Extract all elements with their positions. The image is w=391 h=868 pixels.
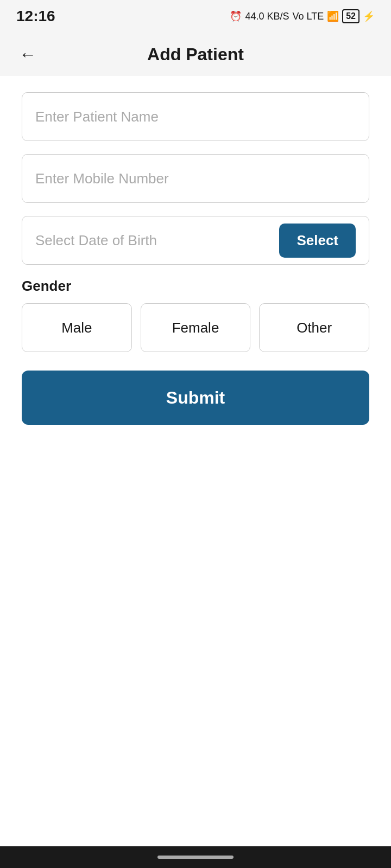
submit-button[interactable]: Submit — [22, 371, 369, 425]
bottom-bar — [0, 846, 391, 868]
gender-section: Gender Male Female Other — [22, 278, 369, 352]
back-button[interactable]: ← — [16, 42, 39, 67]
gender-female-label: Female — [172, 320, 219, 336]
select-dob-button[interactable]: Select — [279, 224, 356, 258]
gender-female-button[interactable]: Female — [141, 303, 251, 352]
alarm-icon: ⏰ — [230, 10, 242, 22]
gender-other-button[interactable]: Other — [259, 303, 369, 352]
battery-indicator: 52 — [342, 9, 360, 23]
status-bar: 12:16 ⏰ 44.0 KB/S Vo LTE 📶 52 ⚡ — [0, 0, 391, 33]
empty-space — [0, 644, 391, 847]
gender-male-label: Male — [61, 320, 92, 336]
status-time: 12:16 — [16, 8, 55, 25]
dob-placeholder: Select Date of Birth — [35, 232, 279, 249]
dob-container: Select Date of Birth Select — [22, 216, 369, 265]
page-title: Add Patient — [147, 44, 244, 65]
status-icons: ⏰ 44.0 KB/S Vo LTE 📶 52 ⚡ — [230, 9, 375, 23]
gender-other-label: Other — [297, 320, 332, 336]
mobile-number-input[interactable] — [22, 154, 369, 203]
gender-male-button[interactable]: Male — [22, 303, 132, 352]
patient-name-input[interactable] — [22, 92, 369, 141]
charging-icon: ⚡ — [363, 10, 375, 22]
network-type: Vo LTE — [293, 11, 324, 22]
signal-icon: 📶 — [327, 10, 339, 22]
home-indicator[interactable] — [157, 856, 234, 859]
page-header: ← Add Patient — [0, 33, 391, 76]
network-speed: 44.0 KB/S — [245, 11, 289, 22]
gender-options: Male Female Other — [22, 303, 369, 352]
gender-label: Gender — [22, 278, 369, 295]
add-patient-form: Select Date of Birth Select Gender Male … — [0, 76, 391, 644]
